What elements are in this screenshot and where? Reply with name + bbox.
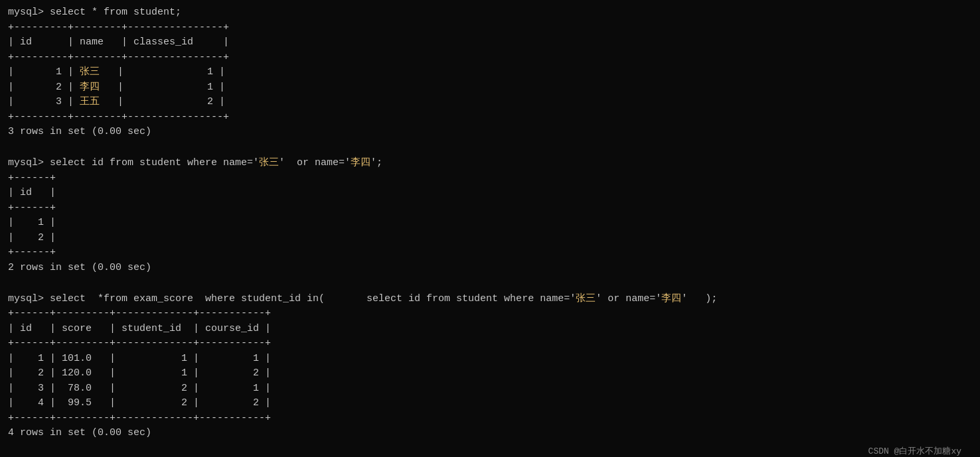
cmd2-name1: 张三 bbox=[259, 157, 279, 168]
table1-header: | id | name | classes_id | bbox=[8, 35, 972, 50]
cmd1-line: mysql> select * from student; bbox=[8, 5, 972, 21]
table3-row2: | 2 | 120.0 | 1 | 2 | bbox=[8, 366, 972, 381]
table3-row4: | 4 | 99.5 | 2 | 2 | bbox=[8, 396, 972, 411]
table2-header: | id | bbox=[8, 186, 972, 201]
table2-row1: | 1 | bbox=[8, 216, 972, 231]
table1-border-bot: +---------+--------+----------------+ bbox=[8, 110, 972, 125]
cmd2-name2: 李四 bbox=[351, 157, 370, 168]
table3-border-top: +------+---------+-------------+--------… bbox=[8, 306, 972, 322]
empty-line-1 bbox=[8, 141, 972, 157]
cmd3-line: mysql> select *from exam_score where stu… bbox=[8, 292, 972, 307]
table3-border-bot: +------+---------+-------------+--------… bbox=[8, 411, 972, 426]
cmd1-block: mysql> select * from student; +---------… bbox=[8, 5, 972, 140]
table1-row3: | 3 | 王五 | 2 | bbox=[8, 95, 972, 110]
table2-border-mid: +------+ bbox=[8, 201, 972, 216]
cmd2-block: mysql> select id from student where name… bbox=[8, 156, 972, 275]
terminal-window: mysql> select * from student; +---------… bbox=[8, 5, 972, 457]
watermark: CSDN @白开水不加糖xy bbox=[868, 445, 961, 457]
table3-header: | id | score | student_id | course_id | bbox=[8, 322, 972, 337]
table1-border-mid: +---------+--------+----------------+ bbox=[8, 50, 972, 66]
table1-row1: | 1 | 张三 | 1 | bbox=[8, 65, 972, 80]
name-wangwu: 王五 bbox=[80, 96, 100, 107]
cmd3-name2: 李四 bbox=[661, 293, 681, 304]
name-lisi: 李四 bbox=[80, 82, 100, 93]
table1-border-top: +---------+--------+----------------+ bbox=[8, 21, 972, 36]
result3: 4 rows in set (0.00 sec) bbox=[8, 426, 972, 441]
cmd3-block: mysql> select *from exam_score where stu… bbox=[8, 292, 972, 441]
name-zhangsan: 张三 bbox=[80, 66, 100, 78]
result2: 2 rows in set (0.00 sec) bbox=[8, 261, 972, 276]
table2-border-top: +------+ bbox=[8, 171, 972, 186]
cmd2-line: mysql> select id from student where name… bbox=[8, 156, 972, 171]
cmd3-name1: 张三 bbox=[576, 293, 596, 304]
table2-border-bot: +------+ bbox=[8, 245, 972, 261]
table3-border-mid: +------+---------+-------------+--------… bbox=[8, 336, 972, 352]
result1: 3 rows in set (0.00 sec) bbox=[8, 125, 972, 140]
table3-row1: | 1 | 101.0 | 1 | 1 | bbox=[8, 352, 972, 367]
empty-line-2 bbox=[8, 277, 972, 292]
table2-row2: | 2 | bbox=[8, 231, 972, 246]
table3-row3: | 3 | 78.0 | 2 | 1 | bbox=[8, 381, 972, 397]
table1-row2: | 2 | 李四 | 1 | bbox=[8, 80, 972, 96]
